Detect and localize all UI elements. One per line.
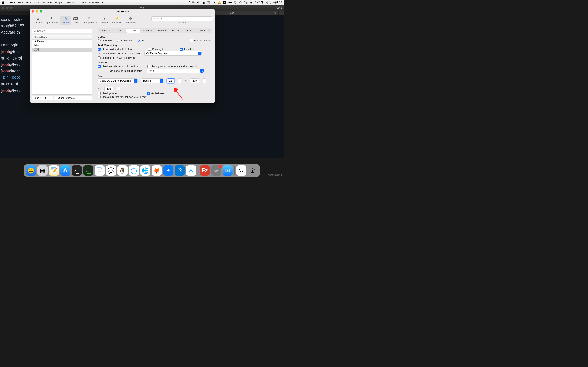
nonascii-font-checkbox[interactable]: Use a different font for non-ASCII text [98, 95, 146, 99]
minimize-icon[interactable] [36, 10, 38, 13]
menubar-clock[interactable]: 1月15日 周六 下午2:38 [255, 1, 282, 4]
powerline-checkbox[interactable]: Use built-in Powerline glyphs [98, 56, 136, 59]
norm-select[interactable]: None [147, 68, 204, 73]
menu-window[interactable]: Window [89, 1, 99, 4]
font-weight-select[interactable]: Regular [141, 78, 163, 83]
cursor-vbar[interactable]: Vertical bar [117, 39, 134, 42]
prefs-body: Profile Name ★ Default 阿里云 豆语 Tags > + −… [30, 26, 215, 103]
profile-item-douyu[interactable]: 豆语 [32, 48, 92, 52]
toolbar-search-input[interactable] [151, 16, 213, 21]
status-icon-1[interactable]: ✪ [197, 1, 200, 4]
tb-profiles[interactable]: Profiles [60, 16, 71, 25]
status-icon-sync[interactable]: ⟳ [213, 1, 216, 4]
tb-keys[interactable]: ⌨Keys [71, 16, 80, 25]
menubar-app-name[interactable]: iTerm2 [7, 1, 15, 4]
tb-appearance[interactable]: 👁Appearance [44, 16, 60, 25]
menu-profiles[interactable]: Profiles [66, 1, 74, 4]
dock-appstore[interactable]: A [60, 165, 70, 175]
blinking-text-checkbox[interactable]: Blinking text [148, 48, 166, 50]
dock-iterm[interactable]: ›_ [83, 165, 93, 175]
hspace-input[interactable] [190, 78, 199, 83]
cursor-box[interactable]: Box [138, 39, 147, 42]
menu-scripts[interactable]: Scripts [54, 1, 63, 4]
hspace-stepper[interactable]: ▲▼ [203, 78, 206, 83]
subtab-keys[interactable]: Keys [183, 29, 197, 33]
wifi-icon[interactable] [234, 1, 237, 4]
battery-icon[interactable] [228, 1, 232, 4]
menu-session[interactable]: Session [42, 1, 52, 4]
subtab-advanced[interactable]: Advanced [197, 29, 211, 33]
menu-shell[interactable]: Shell [17, 1, 24, 4]
subtab-text[interactable]: Text [126, 29, 140, 33]
ambiguous-width-checkbox[interactable]: Ambiguous characters are double-width [147, 65, 198, 68]
subtab-colors[interactable]: Colors [112, 29, 126, 33]
menu-view[interactable]: View [34, 1, 39, 4]
close-icon[interactable] [32, 10, 34, 13]
menu-edit[interactable]: Edit [26, 1, 31, 4]
bold-font-checkbox[interactable]: Draw bold text in bold font [98, 48, 132, 50]
dock-firefox[interactable]: 🦊 [152, 165, 162, 175]
siri-icon[interactable]: ◉ [250, 1, 253, 4]
dock-vscode[interactable]: ⧁ [174, 165, 185, 175]
dock-finder[interactable]: 😀 [26, 165, 36, 175]
italic-text-checkbox[interactable]: Italic text [180, 48, 194, 50]
control-center-icon[interactable] [244, 1, 248, 4]
spotlight-icon[interactable] [239, 1, 242, 4]
dock-wechat[interactable]: 💬 [106, 165, 116, 175]
status-icon-2[interactable]: ◧ [202, 1, 205, 4]
cursor-blinking[interactable]: Blinking cursor [190, 39, 212, 42]
ime-status[interactable]: 101字 [187, 1, 195, 4]
profile-search-input[interactable] [32, 29, 92, 33]
app-icon[interactable]: S [223, 1, 226, 4]
subtab-window[interactable]: Window [140, 29, 155, 33]
dock-app2[interactable]: ✕ [186, 165, 196, 175]
chevron-up-icon[interactable]: ▲ [178, 79, 181, 81]
dock-chrome[interactable]: 🌐 [140, 165, 150, 175]
dock-launchpad[interactable]: ▦ [37, 165, 48, 175]
subtab-session[interactable]: Session [169, 29, 183, 33]
tb-advanced[interactable]: ⚙Advanced [123, 16, 138, 25]
dock-filezilla[interactable]: Fz [200, 165, 210, 175]
dock-textedit[interactable]: 📄 [95, 165, 105, 175]
dock-terminal[interactable]: ›_ [72, 165, 82, 175]
font-size-input[interactable] [167, 78, 174, 83]
menu-toolbelt[interactable]: Toolbelt [77, 1, 86, 4]
profile-item-aliyun[interactable]: 阿里云 [32, 43, 92, 48]
prefs-traffic-lights[interactable] [30, 10, 42, 13]
font-size-stepper[interactable]: ▲▼ [178, 78, 181, 83]
thin-strokes-select[interactable]: On Retina Displays [144, 51, 201, 56]
ligatures-checkbox[interactable]: Use ligatures [98, 92, 117, 95]
subtab-terminal[interactable]: Terminal [155, 29, 169, 33]
tb-shortcuts[interactable]: ⚡Shortcuts [110, 16, 123, 25]
menu-help[interactable]: Help [102, 1, 107, 4]
notification-icon[interactable]: 🔔 [218, 1, 221, 4]
tb-arrangements[interactable]: ⧉Arrangements [81, 16, 99, 25]
dock-app-blue[interactable]: ✦ [163, 165, 173, 175]
dock-trash[interactable]: 🗑 [248, 165, 258, 175]
dock-settings[interactable]: ⚙1 [211, 165, 221, 175]
add-profile-button[interactable]: + [43, 96, 48, 100]
antialiased-checkbox[interactable]: Anti-aliased [147, 92, 165, 95]
dock-dingtalk[interactable]: ◯ [129, 165, 139, 175]
dock-notes[interactable]: 📝 [49, 165, 59, 175]
vspace-input[interactable] [104, 87, 113, 91]
dock-mail[interactable]: ✉ [223, 165, 233, 175]
cursor-underline[interactable]: Underline [98, 39, 113, 42]
chevron-down-icon[interactable]: ▼ [178, 81, 181, 83]
vspace-stepper[interactable]: ▲▼ [117, 87, 120, 91]
subtab-general[interactable]: General [98, 29, 112, 33]
tb-general[interactable]: ⚙General [32, 16, 44, 25]
profile-item-default[interactable]: ★ Default [32, 40, 92, 43]
unicode-v9-checkbox[interactable]: Use Unicode version 9+ widths [98, 65, 138, 68]
maximize-icon[interactable] [40, 10, 42, 13]
dock-qq[interactable]: 🐧 [117, 165, 128, 175]
window-traffic-lights[interactable] [0, 7, 13, 9]
tab-add-button[interactable]: + [279, 11, 284, 16]
status-icon-ime[interactable]: 英 [207, 1, 210, 4]
dock-folder[interactable]: 🗂 [236, 165, 246, 175]
font-family-select[interactable]: Meslo LG L DZ for Powerline [98, 78, 138, 83]
tb-pointer[interactable]: ➤Pointer [99, 16, 110, 25]
other-actions-select[interactable]: Other Actions... [54, 96, 92, 100]
tags-button[interactable]: Tags > [32, 96, 43, 100]
remove-profile-button[interactable]: − [48, 96, 53, 100]
